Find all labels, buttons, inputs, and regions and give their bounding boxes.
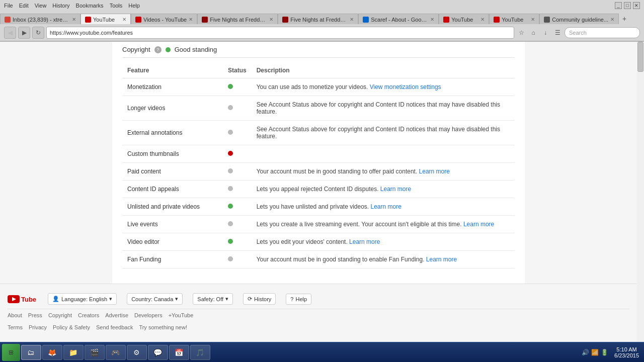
menu-bookmarks[interactable]: Bookmarks bbox=[76, 3, 104, 9]
features-table: Feature Status Description MonetizationY… bbox=[122, 63, 515, 268]
tab-fnaf1-close[interactable]: ✕ bbox=[269, 17, 273, 22]
forward-button[interactable]: ▶ bbox=[18, 27, 30, 39]
tab-community-title: Community guideline... bbox=[552, 17, 608, 23]
footer-link-developers[interactable]: Developers bbox=[134, 312, 163, 318]
history-button[interactable]: ⟳ History bbox=[243, 293, 276, 305]
tab-yt3-close[interactable]: ✕ bbox=[531, 17, 535, 22]
tab-yt2-close[interactable]: ✕ bbox=[480, 17, 485, 22]
footer-links: About Press Copyright Creators Advertise… bbox=[8, 309, 629, 321]
taskbar-media[interactable]: 🎬 bbox=[85, 345, 105, 360]
tab-videos-close[interactable]: ✕ bbox=[189, 17, 193, 22]
maximize-button[interactable]: □ bbox=[624, 2, 631, 9]
tab-fnaf2-close[interactable]: ✕ bbox=[350, 17, 354, 22]
help-button[interactable]: ? Help bbox=[286, 294, 311, 305]
footer-link-advertise[interactable]: Advertise bbox=[105, 312, 128, 318]
footer-link-policy[interactable]: Policy & Safety bbox=[53, 324, 90, 330]
safety-button[interactable]: Safety: Off ▾ bbox=[193, 293, 233, 305]
tab-videos-yt[interactable]: Videos - YouTube ✕ bbox=[131, 14, 197, 24]
address-bar[interactable]: https://www.youtube.com/features bbox=[46, 27, 514, 39]
taskbar-app1[interactable]: 🎮 bbox=[106, 345, 126, 360]
download-icon[interactable]: ↓ bbox=[540, 28, 550, 38]
feature-status bbox=[223, 163, 252, 180]
language-button[interactable]: 👤 Language: English ▾ bbox=[48, 293, 117, 305]
menu-history[interactable]: History bbox=[52, 3, 69, 9]
feature-link[interactable]: Learn more bbox=[419, 168, 450, 175]
status-dot bbox=[228, 84, 233, 89]
feature-link[interactable]: Learn more bbox=[349, 238, 380, 245]
status-dot bbox=[228, 151, 233, 156]
taskbar-calendar[interactable]: 📅 bbox=[169, 345, 189, 360]
settings-icon[interactable]: ☰ bbox=[552, 28, 562, 38]
taskbar-firefox[interactable]: 🦊 bbox=[42, 345, 62, 360]
footer-link-feedback[interactable]: Send feedback bbox=[96, 324, 133, 330]
tab-community-close[interactable]: ✕ bbox=[610, 17, 614, 22]
menu-view[interactable]: View bbox=[35, 3, 47, 9]
tray-sound-icon[interactable]: 📶 bbox=[591, 349, 599, 356]
tab-fnaf1[interactable]: Five Nights at Freddy'... ✕ bbox=[197, 14, 278, 24]
minimize-button[interactable]: _ bbox=[615, 2, 622, 9]
status-dot bbox=[228, 186, 233, 191]
feature-link[interactable]: Learn more bbox=[380, 186, 411, 193]
feature-link[interactable]: Learn more bbox=[426, 256, 457, 263]
tab-community[interactable]: Community guideline... ✕ bbox=[539, 14, 619, 24]
yt2-favicon bbox=[135, 17, 141, 23]
svg-text:Tube: Tube bbox=[21, 296, 36, 303]
tab-scaref[interactable]: Scaref - About - Goog... ✕ bbox=[358, 14, 439, 24]
tab-yt-close[interactable]: ✕ bbox=[122, 17, 126, 22]
tab-yt2-title: YouTube bbox=[451, 17, 473, 23]
tab-yt3[interactable]: YouTube ✕ bbox=[489, 14, 539, 24]
bookmark-icon[interactable]: ☆ bbox=[516, 28, 526, 38]
tab-scaref-close[interactable]: ✕ bbox=[430, 17, 434, 22]
home-icon[interactable]: ⌂ bbox=[528, 28, 538, 38]
copyright-help-icon[interactable]: ? bbox=[154, 46, 162, 53]
menu-tools[interactable]: Tools bbox=[110, 3, 123, 9]
menu-file[interactable]: File bbox=[4, 3, 13, 9]
taskbar-windows-explorer[interactable]: 🗂 bbox=[21, 345, 41, 360]
footer-link-press[interactable]: Press bbox=[28, 312, 42, 318]
taskbar-util[interactable]: ⚙ bbox=[127, 345, 147, 360]
back-button[interactable]: ◀ bbox=[4, 27, 16, 39]
footer-link-new[interactable]: Try something new! bbox=[139, 324, 187, 330]
close-button[interactable]: ✕ bbox=[633, 2, 640, 9]
page-content: Copyright ? Good standing Feature Status… bbox=[112, 42, 525, 284]
feature-link[interactable]: View monetization settings bbox=[370, 83, 441, 90]
copyright-label: Copyright bbox=[122, 46, 150, 53]
new-tab-button[interactable]: + bbox=[619, 13, 630, 24]
search-box[interactable]: Search bbox=[565, 27, 640, 38]
feature-name: Custom thumbnails bbox=[122, 145, 223, 163]
footer-link-creators[interactable]: Creators bbox=[78, 312, 99, 318]
feature-description: Lets you appeal rejected Content ID disp… bbox=[252, 180, 515, 198]
tab-inbox[interactable]: Inbox (23,839) - xtrem... ✕ bbox=[0, 14, 80, 24]
tab-youtube-features[interactable]: YouTube ✕ bbox=[80, 14, 131, 24]
footer-link-plusyt[interactable]: +YouTube bbox=[169, 312, 194, 318]
taskbar-skype[interactable]: 💬 bbox=[148, 345, 168, 360]
refresh-button[interactable]: ↻ bbox=[32, 27, 44, 39]
tray-network-icon[interactable]: 🔊 bbox=[582, 349, 589, 356]
footer-link-privacy[interactable]: Privacy bbox=[29, 324, 47, 330]
page-scroll[interactable]: Copyright ? Good standing Feature Status… bbox=[0, 42, 644, 342]
col-description: Description bbox=[252, 63, 515, 78]
taskbar-music[interactable]: 🎵 bbox=[190, 345, 210, 360]
taskbar-file-manager[interactable]: 📁 bbox=[63, 345, 84, 360]
feature-link[interactable]: Learn more bbox=[463, 221, 494, 228]
tab-inbox-close[interactable]: ✕ bbox=[72, 17, 76, 22]
start-button[interactable]: ⊞ bbox=[2, 344, 20, 361]
tray-battery-icon[interactable]: 🔋 bbox=[601, 349, 608, 356]
country-button[interactable]: Country: Canada ▾ bbox=[127, 293, 183, 305]
footer-link-copyright[interactable]: Copyright bbox=[48, 312, 72, 318]
menu-edit[interactable]: Edit bbox=[19, 3, 29, 9]
feature-description: Your account must be in good standing to… bbox=[252, 163, 515, 180]
table-row: Content ID appealsLets you appeal reject… bbox=[122, 180, 515, 198]
menu-help[interactable]: Help bbox=[128, 3, 140, 9]
footer-link-terms[interactable]: Terms bbox=[8, 324, 23, 330]
history-icon: ⟳ bbox=[248, 296, 252, 302]
footer-link-about[interactable]: About bbox=[8, 312, 22, 318]
taskbar-time[interactable]: 5:10 AM 6/23/2015 bbox=[611, 346, 642, 358]
tab-videos-title: Videos - YouTube bbox=[143, 17, 187, 23]
tab-fnaf2[interactable]: Five Nights at Freddy'... ✕ bbox=[278, 14, 358, 24]
feature-link[interactable]: Learn more bbox=[371, 203, 401, 210]
scrollbar-thumb[interactable] bbox=[637, 42, 643, 72]
scrollbar-track[interactable] bbox=[637, 42, 644, 342]
tab-yt2[interactable]: YouTube ✕ bbox=[439, 14, 489, 24]
safety-label: Safety: Off bbox=[197, 296, 223, 302]
